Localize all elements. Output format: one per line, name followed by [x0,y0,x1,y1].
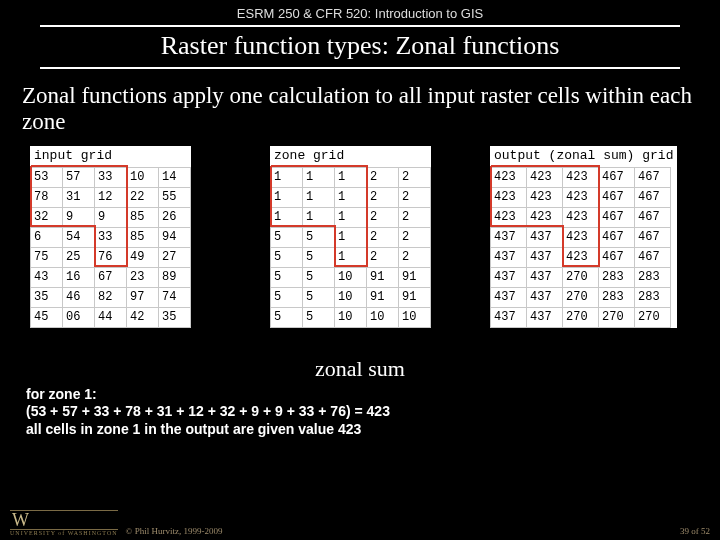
grid-cell: 423 [527,207,563,227]
uw-logo: W UNIVERSITY of WASHINGTON [10,510,118,536]
calc-text: for zone 1: (53 + 57 + 33 + 78 + 31 + 12… [26,386,694,439]
zone-grid: 1112211122111225512255122551091915510919… [270,167,431,328]
grid-cell: 437 [491,247,527,267]
grid-cell: 270 [563,307,599,327]
grid-cell: 437 [527,267,563,287]
grid-cell: 55 [159,187,191,207]
grid-cell: 437 [491,267,527,287]
grid-cell: 437 [527,247,563,267]
grid-cell: 43 [31,267,63,287]
grid-cell: 467 [635,187,671,207]
grid-cell: 74 [159,287,191,307]
grid-cell: 33 [95,167,127,187]
grid-cell: 423 [527,187,563,207]
grid-cell: 467 [599,167,635,187]
grid-cell: 467 [635,227,671,247]
grid-cell: 5 [271,227,303,247]
uw-logo-w: W [10,510,118,530]
grid-cell: 437 [527,227,563,247]
page-number: 39 of 52 [680,526,710,536]
zone-grid-block: zone grid 111221112211122551225512255109… [270,146,431,328]
grid-cell: 26 [159,207,191,227]
grid-cell: 10 [399,307,431,327]
grid-cell: 437 [491,227,527,247]
grid-cell: 2 [367,187,399,207]
grid-cell: 5 [303,227,335,247]
grid-cell: 91 [399,267,431,287]
grid-cell: 437 [491,287,527,307]
grid-cell: 75 [31,247,63,267]
uw-logo-sub: UNIVERSITY of WASHINGTON [10,530,118,536]
grid-cell: 5 [303,287,335,307]
grid-cell: 35 [31,287,63,307]
grid-cell: 1 [335,247,367,267]
grid-cell: 2 [367,227,399,247]
grid-cell: 423 [491,207,527,227]
grid-cell: 467 [635,247,671,267]
slide-title: Raster function types: Zonal functions [40,25,680,69]
grid-cell: 5 [271,267,303,287]
grid-cell: 9 [95,207,127,227]
grid-cell: 9 [63,207,95,227]
grid-cell: 91 [367,267,399,287]
grid-cell: 31 [63,187,95,207]
input-grid: 5357331014783112225532998526654338594752… [30,167,191,328]
grid-cell: 94 [159,227,191,247]
grid-cell: 270 [563,287,599,307]
grid-cell: 10 [335,307,367,327]
grid-cell: 14 [159,167,191,187]
copyright: © Phil Hurvitz, 1999-2009 [126,526,223,536]
grid-cell: 1 [271,207,303,227]
grid-cell: 54 [63,227,95,247]
grid-cell: 5 [271,247,303,267]
grid-cell: 2 [399,167,431,187]
grid-cell: 423 [563,207,599,227]
grid-cell: 423 [491,167,527,187]
grid-cell: 1 [335,167,367,187]
grid-cell: 2 [367,247,399,267]
grid-cell: 42 [127,307,159,327]
grid-cell: 10 [335,287,367,307]
grid-cell: 283 [635,287,671,307]
footer: W UNIVERSITY of WASHINGTON © Phil Hurvit… [0,510,720,536]
footer-left: W UNIVERSITY of WASHINGTON © Phil Hurvit… [10,510,222,536]
grid-cell: 5 [303,247,335,267]
calc-line-2: (53 + 57 + 33 + 78 + 31 + 12 + 32 + 9 + … [26,403,694,421]
grid-cell: 22 [127,187,159,207]
grid-cell: 85 [127,227,159,247]
grid-cell: 06 [63,307,95,327]
grid-cell: 270 [563,267,599,287]
grid-cell: 283 [599,267,635,287]
course-header: ESRM 250 & CFR 520: Introduction to GIS [0,0,720,21]
grid-cell: 467 [599,187,635,207]
grid-cell: 35 [159,307,191,327]
grid-cell: 5 [303,267,335,287]
grid-cell: 91 [399,287,431,307]
grid-cell: 33 [95,227,127,247]
grid-cell: 25 [63,247,95,267]
grid-cell: 57 [63,167,95,187]
calc-line-3: all cells in zone 1 in the output are gi… [26,421,694,439]
grids-area: input grid 53573310147831122255329985266… [0,146,720,346]
grid-cell: 1 [303,187,335,207]
grid-cell: 1 [271,167,303,187]
grid-cell: 2 [399,207,431,227]
input-grid-block: input grid 53573310147831122255329985266… [30,146,191,328]
grid-cell: 2 [367,167,399,187]
grid-cell: 27 [159,247,191,267]
grid-cell: 6 [31,227,63,247]
grid-cell: 283 [599,287,635,307]
grid-cell: 2 [399,227,431,247]
grid-cell: 10 [127,167,159,187]
grid-cell: 5 [271,307,303,327]
grid-cell: 1 [303,207,335,227]
grid-cell: 467 [635,207,671,227]
grid-cell: 467 [599,207,635,227]
grid-cell: 45 [31,307,63,327]
grid-cell: 16 [63,267,95,287]
grid-cell: 467 [635,167,671,187]
grid-cell: 1 [335,187,367,207]
input-grid-caption: input grid [30,146,191,167]
grid-cell: 1 [303,167,335,187]
grid-cell: 2 [399,187,431,207]
